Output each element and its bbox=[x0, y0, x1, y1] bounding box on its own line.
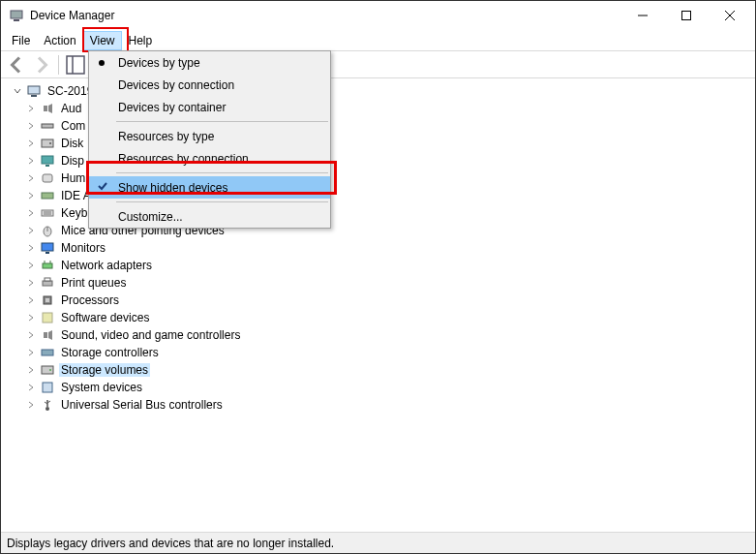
svg-rect-10 bbox=[28, 86, 40, 94]
svg-rect-0 bbox=[11, 11, 22, 18]
svg-rect-27 bbox=[43, 263, 52, 268]
sound-icon bbox=[40, 327, 55, 343]
chevron-right-icon[interactable] bbox=[26, 138, 36, 148]
view-resources-by-type[interactable]: Resources by type bbox=[89, 125, 330, 147]
svg-rect-14 bbox=[42, 139, 53, 147]
svg-rect-39 bbox=[43, 383, 52, 392]
window-title: Device Manager bbox=[30, 9, 114, 22]
svg-rect-18 bbox=[43, 174, 52, 182]
close-button[interactable] bbox=[708, 2, 751, 30]
software-icon bbox=[40, 310, 55, 325]
ide-icon bbox=[40, 188, 55, 203]
minimize-button[interactable] bbox=[620, 2, 664, 30]
network-icon bbox=[40, 258, 55, 273]
tree-node-label: Universal Serial Bus controllers bbox=[59, 398, 225, 412]
speaker-icon bbox=[40, 101, 55, 116]
tree-node-label: Software devices bbox=[59, 311, 151, 324]
svg-rect-36 bbox=[42, 350, 53, 355]
svg-rect-11 bbox=[31, 95, 37, 97]
svg-rect-12 bbox=[44, 106, 47, 111]
svg-rect-31 bbox=[45, 278, 50, 281]
highlight-view-menu bbox=[82, 27, 129, 52]
keyboard-icon bbox=[40, 205, 55, 221]
menu-separator bbox=[116, 121, 328, 122]
tree-node[interactable]: Network adapters bbox=[7, 257, 755, 274]
app-icon bbox=[9, 8, 24, 23]
menu-label: Customize... bbox=[118, 210, 183, 224]
back-button[interactable] bbox=[5, 53, 28, 77]
monitor-icon bbox=[40, 240, 55, 256]
chevron-right-icon[interactable] bbox=[26, 173, 36, 183]
display-icon bbox=[40, 153, 55, 169]
tree-node-label: System devices bbox=[59, 381, 144, 394]
chevron-right-icon[interactable] bbox=[26, 261, 36, 270]
chevron-right-icon[interactable] bbox=[26, 365, 36, 375]
view-dropdown: Devices by type Devices by connection De… bbox=[88, 50, 331, 229]
menu-label: Resources by type bbox=[118, 130, 214, 143]
usb-icon bbox=[40, 397, 55, 413]
bullet-icon bbox=[99, 60, 105, 66]
status-bar: Displays legacy drivers and devices that… bbox=[1, 532, 755, 553]
tree-node[interactable]: Universal Serial Bus controllers bbox=[7, 396, 755, 414]
chevron-right-icon[interactable] bbox=[26, 278, 36, 288]
tree-node-label: Hum bbox=[59, 171, 87, 185]
svg-rect-34 bbox=[43, 313, 52, 323]
chevron-right-icon[interactable] bbox=[26, 295, 36, 305]
tree-node[interactable]: Storage volumes bbox=[7, 361, 755, 379]
menu-separator bbox=[116, 201, 328, 202]
svg-point-15 bbox=[49, 142, 51, 144]
title-bar: Device Manager bbox=[1, 1, 755, 30]
chevron-right-icon[interactable] bbox=[26, 383, 36, 392]
chevron-right-icon[interactable] bbox=[26, 243, 36, 253]
view-devices-by-container[interactable]: Devices by container bbox=[89, 96, 330, 118]
svg-rect-37 bbox=[42, 366, 53, 374]
menu-label: Devices by connection bbox=[118, 78, 234, 92]
toolbar-separator bbox=[58, 55, 59, 75]
view-customize[interactable]: Customize... bbox=[89, 205, 330, 228]
tree-node-label: Sound, video and game controllers bbox=[59, 328, 242, 342]
status-text: Displays legacy drivers and devices that… bbox=[7, 537, 334, 550]
svg-rect-13 bbox=[42, 124, 53, 128]
tree-node-label: Network adapters bbox=[59, 259, 154, 272]
chevron-down-icon[interactable] bbox=[13, 86, 22, 96]
chevron-right-icon[interactable] bbox=[26, 191, 36, 200]
chevron-right-icon[interactable] bbox=[26, 104, 36, 113]
tree-node-label: Disk bbox=[59, 137, 85, 150]
highlight-show-hidden bbox=[86, 161, 337, 195]
chevron-right-icon[interactable] bbox=[26, 313, 36, 323]
tree-node[interactable]: System devices bbox=[7, 379, 755, 396]
tree-node[interactable]: Storage controllers bbox=[7, 344, 755, 361]
tree-node-label: Aud bbox=[59, 102, 83, 115]
tree-node-label: Keyb bbox=[59, 206, 89, 220]
tree-node[interactable]: Monitors bbox=[7, 239, 755, 257]
menu-file[interactable]: File bbox=[5, 31, 37, 50]
svg-rect-1 bbox=[14, 19, 19, 21]
chevron-right-icon[interactable] bbox=[26, 400, 36, 410]
chevron-right-icon[interactable] bbox=[26, 330, 36, 340]
tree-node-label: Monitors bbox=[59, 241, 107, 255]
com-icon bbox=[40, 118, 55, 134]
chevron-right-icon[interactable] bbox=[26, 156, 36, 166]
chevron-right-icon[interactable] bbox=[26, 348, 36, 357]
tree-node[interactable]: Sound, video and game controllers bbox=[7, 326, 755, 344]
tree-node[interactable]: Processors bbox=[7, 292, 755, 309]
forward-button[interactable] bbox=[30, 53, 53, 77]
menu-action[interactable]: Action bbox=[37, 31, 82, 50]
view-devices-by-type[interactable]: Devices by type bbox=[89, 51, 330, 74]
tree-node-label: Disp bbox=[59, 154, 86, 168]
view-devices-by-connection[interactable]: Devices by connection bbox=[89, 74, 330, 96]
chevron-right-icon[interactable] bbox=[26, 208, 36, 218]
storagevol-icon bbox=[40, 362, 55, 378]
chevron-right-icon[interactable] bbox=[26, 121, 36, 131]
show-hide-tree-button[interactable] bbox=[64, 53, 87, 77]
svg-rect-3 bbox=[681, 12, 690, 20]
maximize-button[interactable] bbox=[664, 2, 708, 30]
tree-node[interactable]: Print queues bbox=[7, 274, 755, 292]
tree-node[interactable]: Software devices bbox=[7, 309, 755, 326]
chevron-right-icon[interactable] bbox=[26, 226, 36, 235]
tree-node-label: Com bbox=[59, 119, 87, 133]
svg-point-38 bbox=[49, 369, 51, 371]
svg-rect-20 bbox=[42, 210, 53, 216]
svg-point-40 bbox=[45, 407, 49, 411]
mouse-icon bbox=[40, 223, 55, 238]
